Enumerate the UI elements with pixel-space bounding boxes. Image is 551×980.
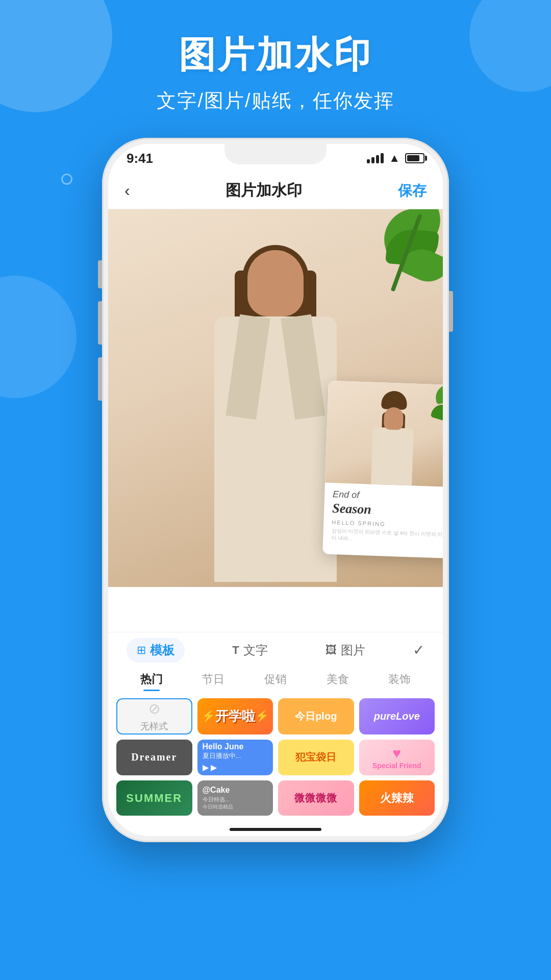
- cake-label: @Cake: [203, 786, 230, 795]
- signal-bar-1: [367, 159, 370, 163]
- toolbar-tab-template[interactable]: ⊞ 模板: [127, 638, 185, 663]
- fashion-photo: End of Season HELLO SPRING 상상이 이것이 되라면 스…: [108, 209, 443, 587]
- wm-body: [371, 427, 414, 487]
- nav-bar: ‹ 图片加水印 保存: [108, 173, 443, 209]
- lightning-icon-right: ⚡: [255, 709, 269, 723]
- heart-icon: ♥: [392, 745, 401, 762]
- watermark-card-image: [325, 381, 443, 487]
- hello-line1: Hello June: [203, 742, 244, 751]
- no-style-label: 无样式: [140, 720, 168, 732]
- text-label: 文字: [243, 642, 268, 658]
- power-button: [449, 291, 453, 332]
- signal-bar-4: [381, 153, 384, 163]
- save-button[interactable]: 保存: [398, 181, 427, 201]
- template-yellow[interactable]: 犯宝袋日: [278, 740, 354, 776]
- wm-text-season: Season: [332, 501, 443, 520]
- toolbar-tab-text[interactable]: T 文字: [222, 638, 278, 663]
- cat-tab-food[interactable]: 美食: [307, 672, 369, 689]
- nav-title: 图片加水印: [226, 180, 302, 201]
- main-title: 图片加水印: [0, 31, 551, 80]
- floral-text: 微微微微: [294, 791, 337, 805]
- phone-wrapper: 9:41 ▲ ‹ 图片加水印 保存: [102, 138, 449, 842]
- wm-text-desc: 상상이 이것이 되라면 스트 넣 4마 전시 이번의 이것이 내려...: [331, 527, 443, 546]
- wifi-icon: ▲: [389, 152, 400, 165]
- kaixin-text: 开学啦: [215, 707, 255, 725]
- template-cake[interactable]: @Cake 今日特选... 今日特选精品: [197, 780, 273, 816]
- template-plog[interactable]: 今日plog: [278, 698, 354, 734]
- template-love[interactable]: pureLove: [359, 698, 435, 734]
- image-area: End of Season HELLO SPRING 상상이 이것이 되라면 스…: [108, 209, 443, 587]
- bg-circle-bottomleft: [0, 276, 77, 398]
- cat-tab-promo[interactable]: 促销: [244, 672, 307, 689]
- wm-leaf-blade-1: [434, 383, 443, 404]
- image-label: 图片: [341, 642, 365, 658]
- hello-play-icon: ▶ ▶: [203, 763, 217, 772]
- palm-leaf-decoration: [351, 209, 443, 322]
- wm-face: [384, 407, 404, 430]
- silent-button: [98, 260, 102, 288]
- template-dreamer[interactable]: Dreamer: [116, 740, 192, 776]
- cat-tab-holiday[interactable]: 节日: [183, 672, 245, 689]
- signal-bar-3: [376, 155, 379, 163]
- hello-line2: 夏日播放中...: [203, 751, 241, 761]
- toolbar-tab-image[interactable]: 🖼 图片: [315, 638, 375, 663]
- summer-text: SUMMER: [126, 792, 182, 805]
- template-label: 模板: [150, 642, 174, 658]
- confirm-icon[interactable]: ✓: [413, 642, 424, 658]
- template-special[interactable]: ♥ Special Friend: [359, 740, 435, 776]
- category-tabs: 热门 节日 促销 美食 装饰: [108, 668, 443, 693]
- header-area: 图片加水印 文字/图片/贴纸，任你发挥: [0, 31, 551, 114]
- watermark-text-area: End of Season HELLO SPRING 상상이 이것이 되라면 스…: [323, 482, 443, 552]
- image-icon: 🖼: [325, 644, 337, 657]
- no-style-icon: ⊘: [148, 700, 160, 717]
- wm-person: [361, 392, 425, 486]
- template-spicy[interactable]: 火辣辣: [359, 780, 435, 816]
- signal-bar-2: [371, 157, 374, 163]
- template-icon: ⊞: [137, 644, 146, 657]
- special-text: Special Friend: [372, 762, 421, 770]
- coat-lapel-left: [226, 314, 270, 420]
- cat-tab-hot[interactable]: 热门: [120, 672, 183, 689]
- battery-fill: [407, 155, 419, 161]
- signal-icon: [367, 153, 384, 163]
- spicy-text: 火辣辣: [380, 791, 414, 806]
- template-grid: ⊘ 无样式 ⚡ 开学啦 ⚡ 今日plog pureLove Dreamer: [108, 693, 443, 836]
- person-body: [214, 316, 337, 582]
- plog-text: 今日plog: [295, 709, 337, 723]
- notch: [224, 144, 327, 164]
- phone-frame: 9:41 ▲ ‹ 图片加水印 保存: [102, 138, 449, 842]
- back-button[interactable]: ‹: [124, 181, 130, 200]
- wm-leaf-blade-2: [431, 402, 443, 424]
- status-icons: ▲: [367, 152, 424, 165]
- lightning-icon-left: ⚡: [202, 709, 215, 723]
- template-summer[interactable]: SUMMER: [116, 780, 192, 816]
- template-none[interactable]: ⊘ 无样式: [116, 698, 192, 734]
- love-text: pureLove: [374, 710, 420, 722]
- person-head: [247, 250, 304, 316]
- battery-icon: [405, 153, 424, 163]
- template-hello[interactable]: Hello June 夏日播放中... ▶ ▶: [197, 740, 273, 776]
- cat-tab-decor[interactable]: 装饰: [368, 672, 431, 689]
- coat-lapel-right: [281, 314, 325, 420]
- cake-line3: 今日特选精品: [203, 803, 233, 811]
- wm-leaf: [429, 384, 443, 426]
- template-floral[interactable]: 微微微微: [278, 780, 354, 816]
- sub-title: 文字/图片/贴纸，任你发挥: [0, 88, 551, 114]
- watermark-preview-card: End of Season HELLO SPRING 상상이 이것이 되라면 스…: [322, 381, 443, 559]
- yellow-text: 犯宝袋日: [295, 750, 336, 764]
- template-kaixin[interactable]: ⚡ 开学啦 ⚡: [197, 698, 273, 734]
- volume-down-button: [98, 357, 102, 401]
- cake-sub: 今日特选...: [203, 796, 230, 803]
- bottom-toolbar: ⊞ 模板 T 文字 🖼 图片 ✓: [108, 632, 443, 668]
- home-indicator: [230, 828, 321, 831]
- volume-up-button: [98, 301, 102, 345]
- bg-dot: [61, 174, 72, 185]
- text-icon: T: [232, 644, 239, 657]
- status-time: 9:41: [127, 151, 153, 166]
- dreamer-text: Dreamer: [131, 751, 177, 763]
- phone-screen: 9:41 ▲ ‹ 图片加水印 保存: [108, 144, 443, 836]
